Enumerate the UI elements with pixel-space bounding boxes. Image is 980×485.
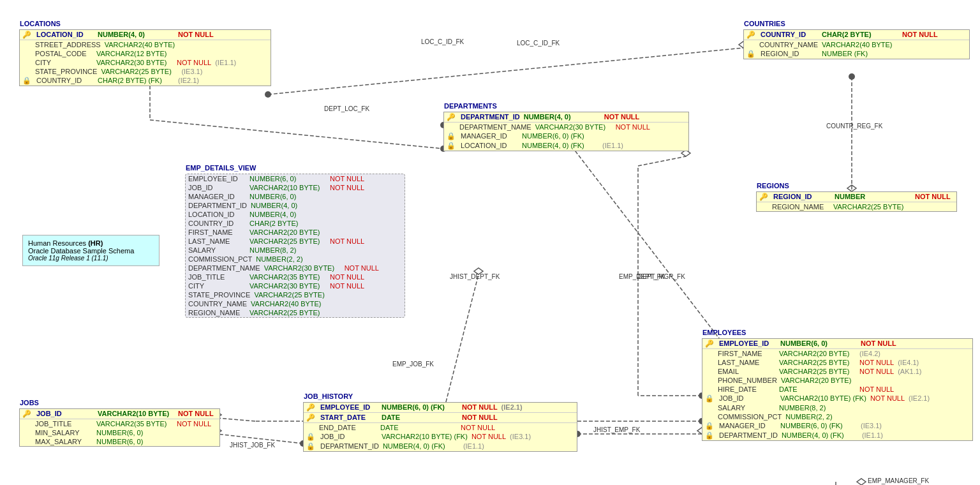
diagram-container: LOC_C_ID_FK LOC_C_ID_FK DEPT_LOC_FK COUN… [0,0,980,485]
jobs-table: JOBS 🔑 JOB_ID VARCHAR2(10 BYTE) NOT NULL… [19,408,220,447]
employees-title: EMPLOYEES [702,329,746,336]
svg-line-4 [150,120,443,149]
jhist-emp-fk-label: JHIST_EMP_FK [593,426,640,433]
note-box: Human Resources (HR) Oracle Database Sam… [22,235,160,266]
jh-row-1: 🔑 START_DATE DATE NOT NULL [304,413,577,423]
pk-icon: 🔑 [447,113,456,121]
jobs-row-1: JOB_TITLE VARCHAR2(35 BYTE) NOT NULL [20,419,219,428]
jh-row-0: 🔑 EMPLOYEE_ID NUMBER(6, 0) (FK) NOT NULL… [304,403,577,413]
locations-row-3: CITY VARCHAR2(30 BYTE) NOT NULL (IE1.1) [20,58,271,67]
departments-row-0: 🔑 DEPARTMENT_ID NUMBER(4, 0) NOT NULL [444,112,688,123]
view-row-9: COMMISSION_PCT NUMBER(2, 2) [186,255,405,264]
jh-row-4: 🔒 DEPARTMENT_ID NUMBER(4, 0) (FK) (IE1.1… [304,442,577,451]
jh-row-2: END_DATE DATE NOT NULL [304,423,577,432]
emp-manager-fk-label: EMP_MANAGER_FK [868,477,929,484]
departments-row-3: 🔒 LOCATION_ID NUMBER(4, 0) (FK) (IE1.1) [444,141,688,151]
employees-row-5: HIRE_DATE DATE NOT NULL [702,385,972,394]
countries-row-1: COUNTRY_NAME VARCHAR2(40 BYTE) [744,40,969,49]
svg-line-0 [268,48,743,94]
svg-point-1 [265,91,271,98]
note-line1: Oracle Database Sample Schema [28,247,154,255]
departments-table: DEPARTMENTS 🔑 DEPARTMENT_ID NUMBER(4, 0)… [443,112,689,151]
fk-icon: 🔒 [705,431,714,440]
pk-icon: 🔑 [705,340,714,348]
pk-icon: 🔑 [22,31,31,39]
regions-row-1: REGION_NAME VARCHAR2(25 BYTE) [757,202,956,211]
locations-row-5: 🔒 COUNTRY_ID CHAR(2 BYTE) (FK) (IE2.1) [20,76,271,86]
svg-line-21 [217,418,255,421]
locations-row-1: STREET_ADDRESS VARCHAR2(40 BYTE) [20,40,271,49]
employees-row-2: LAST_NAME VARCHAR2(25 BYTE) NOT NULL (IE… [702,358,972,367]
fk-icon: 🔒 [705,422,714,430]
emp-job-fk-label: EMP_JOB_FK [392,361,434,368]
locations-row-2: POSTAL_CODE VARCHAR2(12 BYTE) [20,49,271,58]
pk-icon: 🔑 [22,410,31,418]
regions-title: REGIONS [757,182,789,190]
jobs-row-0: 🔑 JOB_ID VARCHAR2(10 BYTE) NOT NULL [20,409,219,419]
employees-row-7: SALARY NUMBER(8, 2) [702,403,972,412]
locations-table: LOCATIONS 🔑 LOCATION_ID NUMBER(4, 0) NOT… [19,29,271,86]
view-row-4: LOCATION_ID NUMBER(4, 0) [186,210,405,219]
departments-title: DEPARTMENTS [444,102,497,110]
fk-icon: 🔒 [447,142,456,150]
view-row-7: LAST_NAME VARCHAR2(25 BYTE) NOT NULL [186,237,405,246]
fk-icon: 🔒 [22,77,31,85]
employees-row-8: COMMISSION_PCT NUMBER(2, 2) [702,412,972,421]
departments-row-2: 🔒 MANAGER_ID NUMBER(6, 0) (FK) [444,131,688,141]
countries-title: COUNTRIES [744,20,785,27]
svg-point-7 [849,73,855,80]
svg-marker-31 [857,479,866,485]
fk-icon: 🔒 [705,394,714,403]
dept-loc-fk-label: DEPT_LOC_FK [324,105,369,112]
view-row-2: MANAGER_ID NUMBER(6, 0) [186,192,405,201]
jobs-row-2: MIN_SALARY NUMBER(6, 0) [20,428,219,437]
view-row-6: FIRST_NAME VARCHAR2(20 BYTE) [186,228,405,237]
note-line2: Oracle 11g Release 1 (11.1) [28,255,154,262]
view-row-0: EMPLOYEE_ID NUMBER(6, 0) NOT NULL [186,174,405,183]
employees-row-10: 🔒 DEPARTMENT_ID NUMBER(4, 0) (FK) (IE1.1… [702,431,972,440]
regions-table: REGIONS 🔑 REGION_ID NUMBER NOT NULL REGI… [756,191,957,212]
job-history-title: JOB_HISTORY [304,392,353,400]
view-row-13: STATE_PROVINCE VARCHAR2(25 BYTE) [186,290,405,299]
locations-row-4: STATE_PROVINCE VARCHAR2(25 BYTE) (IE3.1) [20,67,271,76]
fk-icon: 🔒 [306,433,315,441]
pk-icon: 🔑 [746,31,755,39]
emp-details-view: EMP_DETAILS_VIEW EMPLOYEE_ID NUMBER(6, 0… [185,174,405,318]
employees-row-3: EMAIL VARCHAR2(25 BYTE) NOT NULL (AK1.1) [702,367,972,376]
svg-marker-8 [847,185,856,191]
view-row-3: DEPARTMENT_ID NUMBER(4, 0) [186,201,405,210]
countries-row-2: 🔒 REGION_ID NUMBER (FK) [744,49,969,59]
view-row-11: JOB_TITLE VARCHAR2(35 BYTE) NOT NULL [186,272,405,281]
jh-row-3: 🔒 JOB_ID VARCHAR2(10 BYTE) (FK) NOT NULL… [304,432,577,442]
job-history-table: JOB_HISTORY 🔑 EMPLOYEE_ID NUMBER(6, 0) (… [303,402,577,452]
view-row-15: REGION_NAME VARCHAR2(25 BYTE) [186,308,405,317]
employees-row-4: PHONE_NUMBER VARCHAR2(20 BYTE) [702,376,972,385]
regions-row-0: 🔑 REGION_ID NUMBER NOT NULL [757,192,956,202]
locations-title: LOCATIONS [20,20,61,27]
departments-row-1: DEPARTMENT_NAME VARCHAR2(30 BYTE) NOT NU… [444,123,688,131]
svg-line-14 [638,156,686,166]
view-row-12: CITY VARCHAR2(30 BYTE) NOT NULL [186,281,405,290]
view-row-14: COUNTRY_NAME VARCHAR2(40 BYTE) [186,299,405,308]
locations-row-0: 🔑 LOCATION_ID NUMBER(4, 0) NOT NULL [20,30,271,40]
countries-row-0: 🔑 COUNTRY_ID CHAR(2 BYTE) NOT NULL [744,30,969,40]
jobs-title: JOBS [20,399,39,407]
employees-row-9: 🔒 MANAGER_ID NUMBER(6, 0) (FK) (IE3.1) [702,421,972,431]
view-row-8: SALARY NUMBER(8, 2) [186,246,405,255]
employees-table: EMPLOYEES 🔑 EMPLOYEE_ID NUMBER(6, 0) NOT… [702,338,973,441]
loc-c-id-fk-label2: LOC_C_ID_FK [517,40,560,47]
view-row-5: COUNTRY_ID CHAR(2 BYTE) [186,219,405,228]
jobs-row-3: MAX_SALARY NUMBER(6, 0) [20,437,219,446]
svg-line-17 [565,137,734,357]
pk-icon: 🔑 [306,414,315,422]
fk-icon: 🔒 [306,442,315,451]
fk-icon: 🔒 [447,132,456,140]
pk-icon: 🔑 [759,193,768,201]
countries-table: COUNTRIES 🔑 COUNTRY_ID CHAR(2 BYTE) NOT … [743,29,970,59]
countr-reg-fk-label: COUNTR_REG_FK [826,123,882,130]
jhist-job-fk-label: JHIST_JOB_FK [230,442,275,449]
dept-mgr-fk-label2: DEPT_MGR_FK [638,273,685,280]
note-title: Human Resources (HR) [28,239,154,247]
employees-row-1: FIRST_NAME VARCHAR2(20 BYTE) (IE4.2) [702,349,972,358]
employees-row-6: 🔒 JOB_ID VARCHAR2(10 BYTE) (FK) NOT NULL… [702,394,972,403]
